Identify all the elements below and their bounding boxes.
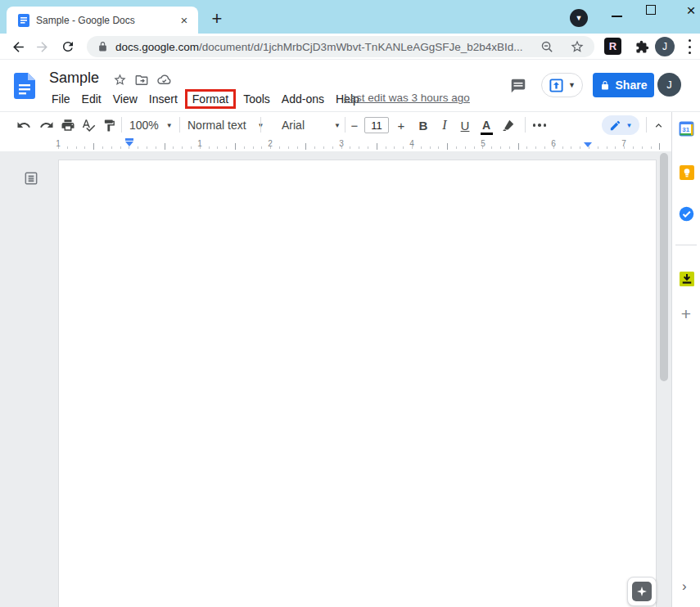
menu-edit[interactable]: Edit [76, 91, 107, 107]
collapse-toolbar-icon[interactable] [648, 115, 669, 136]
comment-icon[interactable] [508, 75, 529, 97]
show-side-panel-chevron-icon[interactable]: › [682, 578, 687, 595]
document-canvas [0, 151, 671, 607]
url-path: /document/d/1jchMrbCjD3mWbvt-TnKANLeAGgS… [199, 41, 522, 53]
text-color-letter: A [482, 119, 490, 132]
text-color-bar [481, 133, 493, 135]
bold-button[interactable]: B [413, 115, 434, 136]
extensions-puzzle-icon[interactable] [632, 37, 652, 56]
font-size-input[interactable]: 11 [364, 117, 389, 133]
menu-file[interactable]: File [46, 91, 76, 107]
first-line-indent-marker[interactable] [125, 138, 133, 141]
window-maximize-button[interactable] [646, 5, 656, 15]
move-folder-icon[interactable] [134, 73, 149, 88]
ruler-number: 1 [50, 137, 66, 151]
ruler-number: 4 [404, 137, 420, 151]
cloud-saved-icon[interactable] [156, 72, 172, 88]
docs-favicon-icon [18, 14, 29, 27]
zoom-caret-icon: ▼ [166, 122, 173, 129]
docs-menubar: File Edit View Insert Format Tools Add-o… [46, 88, 365, 110]
zoom-select[interactable]: 100% ▼ [129, 115, 173, 136]
calendar-icon[interactable]: 31 [679, 121, 694, 137]
mode-caret-icon: ▼ [626, 122, 633, 129]
get-addons-plus-icon[interactable]: + [677, 305, 695, 323]
font-select[interactable]: Arial ▼ [282, 115, 341, 136]
ruler-number: 2 [262, 137, 278, 151]
pencil-icon [609, 119, 621, 132]
ruler-number: 3 [333, 137, 350, 151]
font-caret-icon: ▼ [334, 122, 341, 129]
browser-menu-icon[interactable] [687, 39, 692, 54]
lock-icon [97, 41, 108, 52]
tab-title: Sample - Google Docs [36, 15, 177, 26]
text-color-button[interactable]: A [476, 115, 497, 136]
styles-value: Normal text [187, 119, 246, 132]
font-value: Arial [282, 119, 305, 132]
browser-tab-strip: Sample - Google Docs × + ▼ × [0, 0, 700, 34]
ruler-ticks [58, 146, 657, 149]
ruler-number: 5 [475, 137, 491, 151]
window-close-button[interactable]: × [683, 1, 699, 20]
new-tab-button[interactable]: + [206, 8, 228, 29]
docs-logo-icon[interactable] [14, 73, 35, 102]
vertical-scrollbar[interactable] [660, 153, 668, 381]
menu-insert[interactable]: Insert [143, 91, 183, 107]
present-button[interactable]: ▼ [541, 73, 583, 97]
paint-format-icon[interactable] [98, 115, 120, 136]
ruler-number: 7 [616, 137, 632, 151]
window-minimize-button[interactable] [612, 16, 622, 17]
menu-view[interactable]: View [107, 91, 143, 107]
tab-search-button[interactable]: ▼ [570, 9, 588, 27]
styles-select[interactable]: Normal text ▼ [187, 115, 264, 136]
menu-tools[interactable]: Tools [237, 91, 276, 107]
italic-button[interactable]: I [434, 115, 455, 136]
extension-r-icon[interactable]: R [604, 38, 621, 55]
url-text: docs.google.com/document/d/1jchMrbCjD3mW… [115, 41, 522, 53]
download-extension-icon[interactable] [679, 271, 694, 286]
tasks-icon[interactable] [679, 206, 694, 222]
explore-button[interactable] [627, 577, 657, 606]
star-document-icon[interactable] [113, 73, 127, 87]
left-indent-marker[interactable] [125, 142, 133, 146]
document-title[interactable]: Sample [49, 70, 99, 87]
print-icon[interactable] [57, 115, 79, 136]
ruler-number: 1 [192, 137, 208, 151]
bookmark-star-icon[interactable] [570, 39, 585, 54]
last-edit-link[interactable]: Last edit was 3 hours ago [344, 92, 470, 104]
present-icon [549, 78, 564, 93]
undo-icon[interactable] [13, 115, 34, 136]
address-bar[interactable]: docs.google.com/document/d/1jchMrbCjD3mW… [87, 36, 594, 57]
present-dropdown-caret-icon: ▼ [568, 81, 576, 89]
side-panel-divider [675, 245, 697, 245]
browser-profile-avatar[interactable]: J [655, 37, 675, 56]
editing-mode-button[interactable]: ▼ [602, 115, 639, 135]
explore-star-icon [632, 582, 652, 601]
redo-icon[interactable] [36, 115, 57, 136]
document-page[interactable] [58, 160, 657, 607]
font-size-increase-button[interactable]: + [393, 115, 409, 136]
back-button[interactable] [8, 37, 28, 56]
browser-tab[interactable]: Sample - Google Docs × [7, 7, 198, 34]
forward-button[interactable] [32, 37, 52, 56]
menu-format-highlighted[interactable]: Format [185, 89, 236, 109]
ruler[interactable]: 1 1 2 3 4 5 6 7 [0, 137, 671, 151]
underline-button[interactable]: U [454, 115, 476, 136]
share-label: Share [616, 79, 648, 92]
url-host: docs.google.com [115, 41, 199, 53]
reload-button[interactable] [58, 37, 78, 56]
menu-addons[interactable]: Add-ons [276, 91, 330, 107]
font-size-decrease-button[interactable]: − [346, 115, 363, 136]
highlight-color-icon[interactable] [497, 115, 518, 136]
keep-icon[interactable] [679, 164, 694, 180]
zoom-value: 100% [129, 119, 159, 132]
right-indent-marker[interactable] [584, 142, 592, 147]
tab-close-icon[interactable]: × [177, 13, 192, 28]
svg-text:31: 31 [682, 126, 689, 133]
share-button[interactable]: Share [593, 73, 654, 97]
zoom-page-icon[interactable] [540, 40, 554, 54]
docs-toolbar: 100% ▼ Normal text ▼ Arial ▼ − 11 + B I … [0, 112, 671, 137]
more-options-icon[interactable] [529, 115, 550, 136]
docs-profile-avatar[interactable]: J [657, 73, 681, 97]
document-outline-icon[interactable] [20, 167, 43, 190]
spellcheck-icon[interactable] [78, 115, 99, 136]
